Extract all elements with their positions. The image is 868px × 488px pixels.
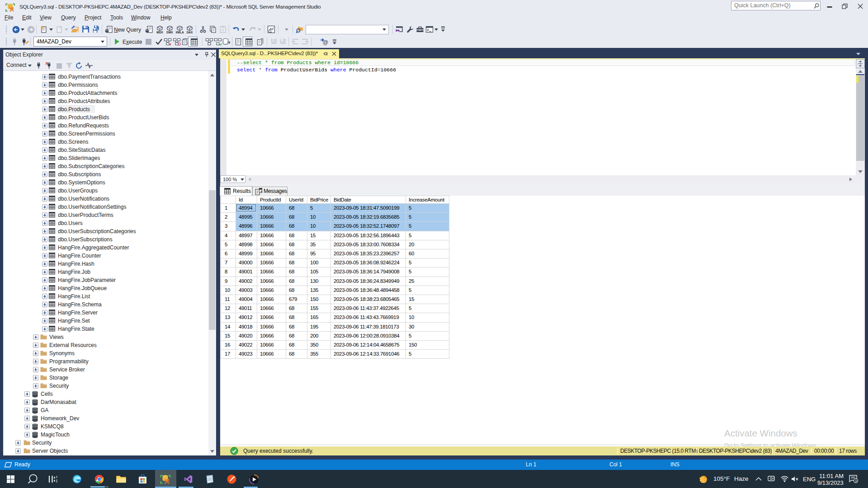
svg-text:@: @	[323, 39, 328, 46]
svg-text:XMLA: XMLA	[175, 31, 184, 34]
svg-text:DMX: DMX	[166, 31, 173, 34]
svg-text:MDX: MDX	[156, 31, 163, 34]
svg-text:3: 3	[855, 479, 857, 483]
svg-text:2: 2	[279, 38, 282, 42]
svg-text:DAX: DAX	[187, 31, 193, 34]
